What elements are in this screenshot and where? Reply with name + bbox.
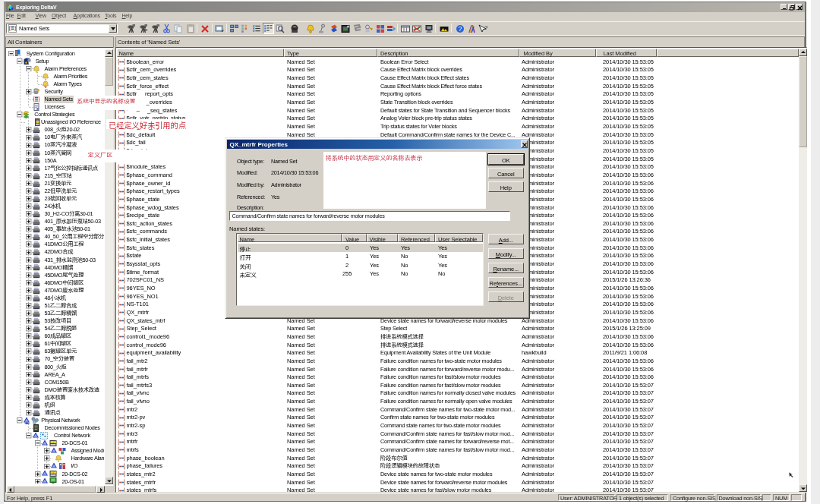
svg-text:?: ? xyxy=(484,24,488,31)
svg-text:?: ? xyxy=(459,25,462,33)
